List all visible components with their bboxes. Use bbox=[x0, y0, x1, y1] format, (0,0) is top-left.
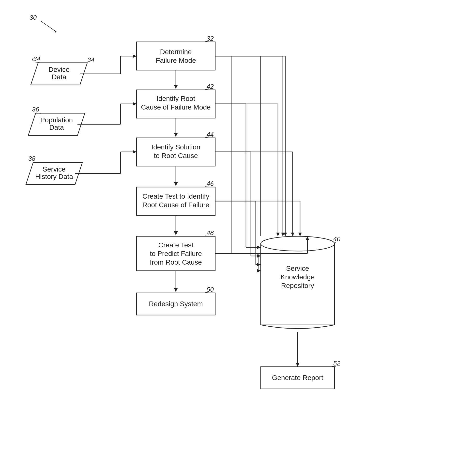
svg-marker-69 bbox=[174, 288, 178, 292]
svg-text:Data: Data bbox=[49, 123, 64, 131]
svg-text:42: 42 bbox=[207, 83, 214, 90]
svg-text:48: 48 bbox=[207, 229, 214, 237]
svg-text:Knowledge: Knowledge bbox=[281, 273, 315, 281]
svg-text:40: 40 bbox=[333, 235, 340, 243]
svg-text:Repository: Repository bbox=[281, 282, 314, 289]
svg-text:History Data: History Data bbox=[35, 173, 73, 180]
redesign-system-box: Redesign System bbox=[136, 293, 215, 315]
svg-marker-109 bbox=[284, 233, 287, 236]
determine-failure-mode-box: Determine Failure Mode bbox=[136, 42, 215, 70]
figure-label: 30 bbox=[30, 14, 37, 21]
svg-text:36: 36 bbox=[32, 106, 39, 113]
svg-marker-67 bbox=[174, 231, 178, 235]
svg-text:Service: Service bbox=[43, 165, 65, 173]
create-test-predict-box: Create Test to Predict Failure from Root… bbox=[136, 236, 215, 271]
svg-text:to Predict Failure: to Predict Failure bbox=[150, 250, 202, 257]
svg-text:Redesign System: Redesign System bbox=[149, 300, 203, 308]
svg-text:Create Test to Identify: Create Test to Identify bbox=[142, 192, 209, 200]
svg-text:Generate Report: Generate Report bbox=[272, 374, 324, 381]
svg-marker-61 bbox=[174, 85, 178, 89]
svg-marker-81 bbox=[133, 150, 136, 153]
service-history-box: Service History Data bbox=[26, 162, 82, 185]
svg-text:34: 34 bbox=[87, 56, 95, 64]
svg-marker-73 bbox=[133, 54, 136, 58]
svg-text:Device: Device bbox=[49, 66, 70, 73]
svg-marker-112 bbox=[291, 233, 294, 236]
svg-text:Service: Service bbox=[286, 265, 309, 272]
svg-marker-123 bbox=[276, 233, 280, 236]
service-knowledge-box: Service Knowledge Repository bbox=[261, 236, 335, 329]
svg-rect-19 bbox=[136, 42, 215, 70]
svg-text:Determine: Determine bbox=[160, 48, 192, 56]
svg-text:52: 52 bbox=[333, 359, 340, 367]
svg-text:46: 46 bbox=[207, 180, 214, 187]
svg-text:44: 44 bbox=[207, 131, 214, 138]
svg-text:Population: Population bbox=[40, 116, 73, 124]
svg-marker-63 bbox=[174, 133, 178, 136]
identify-root-cause-box: Identify Root Cause of Failure Mode bbox=[136, 90, 215, 118]
svg-text:from Root Cause: from Root Cause bbox=[150, 258, 202, 266]
svg-text:50: 50 bbox=[207, 286, 214, 293]
svg-text:Identify Solution: Identify Solution bbox=[151, 143, 200, 151]
svg-marker-77 bbox=[133, 102, 136, 106]
svg-marker-127 bbox=[257, 269, 261, 272]
svg-text:34: 34 bbox=[33, 55, 40, 63]
svg-text:Failure Mode: Failure Mode bbox=[156, 57, 196, 64]
svg-marker-101 bbox=[257, 263, 261, 266]
svg-marker-1 bbox=[54, 29, 57, 33]
population-data-box: Population Data bbox=[28, 113, 85, 135]
svg-marker-93 bbox=[257, 246, 261, 249]
svg-marker-97 bbox=[257, 254, 261, 258]
svg-point-50 bbox=[261, 236, 335, 251]
svg-text:Data: Data bbox=[52, 73, 66, 81]
diagram-container: 30 Device Data 34 ⌐ 34 Population Data 3… bbox=[0, 0, 470, 476]
svg-marker-120 bbox=[296, 363, 299, 367]
svg-text:32: 32 bbox=[207, 35, 214, 42]
svg-marker-65 bbox=[174, 182, 178, 186]
svg-text:Cause of Failure Mode: Cause of Failure Mode bbox=[141, 103, 211, 111]
svg-line-0 bbox=[41, 21, 57, 32]
svg-text:Identify Root: Identify Root bbox=[156, 95, 195, 102]
generate-report-box: Generate Report bbox=[261, 367, 335, 389]
identify-solution-box: Identify Solution to Root Cause bbox=[136, 138, 215, 166]
svg-text:Create Test: Create Test bbox=[158, 241, 194, 249]
svg-text:to Root Cause: to Root Cause bbox=[154, 152, 198, 159]
svg-text:38: 38 bbox=[28, 155, 35, 162]
create-test-identify-box: Create Test to Identify Root Cause of Fa… bbox=[136, 187, 215, 215]
svg-marker-115 bbox=[298, 233, 302, 236]
svg-text:Root Cause of Failure: Root Cause of Failure bbox=[142, 201, 209, 209]
